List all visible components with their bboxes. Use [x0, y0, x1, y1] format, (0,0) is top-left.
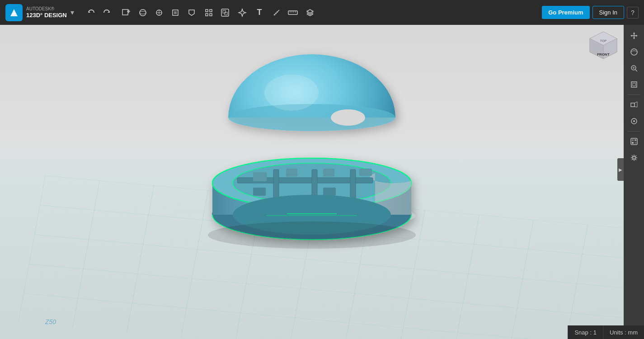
svg-rect-73 [632, 139, 634, 141]
svg-rect-76 [635, 142, 636, 144]
logo-area: AUTODESK® 123D° DESIGN ▾ [0, 4, 84, 21]
svg-rect-68 [633, 83, 635, 86]
svg-point-50 [208, 221, 416, 249]
panel-expand-tab[interactable]: ▶ [617, 158, 624, 181]
fit-button[interactable] [627, 77, 641, 92]
svg-rect-46 [359, 169, 372, 176]
svg-rect-19 [225, 12, 227, 15]
svg-rect-67 [631, 82, 637, 87]
modify-button[interactable] [184, 5, 199, 20]
snap-button[interactable] [235, 5, 249, 20]
right-panel-divider-2 [628, 131, 640, 132]
group-button[interactable] [218, 5, 232, 20]
svg-point-62 [631, 49, 637, 55]
svg-rect-14 [210, 9, 212, 12]
appearance-button[interactable] [627, 134, 641, 149]
main-toolbar: AUTODESK® 123D° DESIGN ▾ [0, 0, 644, 25]
svg-rect-75 [632, 142, 634, 144]
svg-point-71 [633, 120, 635, 122]
svg-rect-45 [323, 169, 334, 177]
svg-point-7 [140, 11, 146, 14]
svg-marker-60 [630, 35, 632, 37]
svg-line-64 [635, 70, 637, 71]
new-solid-button[interactable] [118, 5, 133, 20]
svg-marker-59 [633, 38, 635, 39]
svg-rect-43 [253, 172, 267, 181]
svg-marker-61 [636, 35, 638, 37]
svg-rect-69 [631, 103, 635, 107]
app-dropdown[interactable]: ▾ [71, 8, 74, 17]
svg-rect-15 [206, 14, 208, 16]
snap-status[interactable]: Snap : 1 [568, 325, 602, 339]
redo-button[interactable] [99, 5, 114, 20]
svg-rect-18 [223, 10, 226, 13]
svg-text:TOP: TOP [600, 39, 607, 42]
primitives-button[interactable] [136, 5, 150, 20]
svg-rect-23 [288, 11, 297, 14]
view-cube[interactable]: FRONT TOP [585, 29, 621, 66]
svg-text:FRONT: FRONT [597, 52, 610, 56]
right-panel [624, 25, 644, 339]
svg-point-32 [228, 104, 395, 131]
3d-model [165, 47, 459, 273]
canvas-area[interactable]: Z50 [0, 25, 624, 339]
sketch-button[interactable] [152, 5, 166, 20]
z-coordinate-label: Z50 [45, 318, 56, 325]
premium-button[interactable]: Go Premium [542, 6, 589, 19]
svg-rect-17 [221, 9, 229, 16]
toolbar-tools: T [114, 5, 542, 20]
pan-button[interactable] [627, 28, 641, 43]
look-at-button[interactable] [627, 114, 641, 128]
svg-rect-48 [323, 188, 336, 196]
zoom-button[interactable] [627, 61, 641, 75]
undo-button[interactable] [84, 5, 99, 20]
units-status[interactable]: Units : mm [603, 325, 644, 339]
text-button[interactable]: T [252, 5, 267, 20]
svg-rect-42 [350, 170, 356, 201]
svg-rect-74 [635, 139, 636, 141]
settings-button[interactable] [627, 151, 641, 165]
perspective-button[interactable] [627, 98, 641, 112]
svg-rect-47 [253, 188, 266, 196]
help-button[interactable]: ? [627, 7, 639, 19]
layers-button[interactable] [303, 5, 317, 20]
svg-point-77 [633, 156, 635, 159]
pattern-button[interactable] [202, 5, 216, 20]
toolbar-right: Go Premium Sign In ? [542, 6, 644, 19]
construct-button[interactable] [168, 5, 183, 20]
svg-marker-58 [633, 32, 635, 34]
status-bar: Snap : 1 Units : mm [568, 325, 644, 339]
svg-point-34 [264, 75, 319, 111]
svg-rect-12 [174, 11, 177, 14]
app-title: AUTODESK® 123D° DESIGN [26, 6, 67, 19]
ruler-button[interactable] [286, 5, 300, 20]
svg-rect-16 [210, 14, 212, 16]
svg-rect-3 [122, 9, 128, 15]
right-panel-divider-1 [628, 94, 640, 95]
signin-button[interactable]: Sign In [592, 6, 624, 19]
orbit-button[interactable] [627, 45, 641, 59]
measure-button[interactable] [269, 5, 284, 20]
svg-rect-44 [286, 169, 297, 177]
svg-point-33 [331, 109, 365, 126]
svg-point-6 [140, 9, 146, 16]
svg-rect-13 [206, 9, 208, 12]
autodesk-logo [5, 4, 23, 21]
